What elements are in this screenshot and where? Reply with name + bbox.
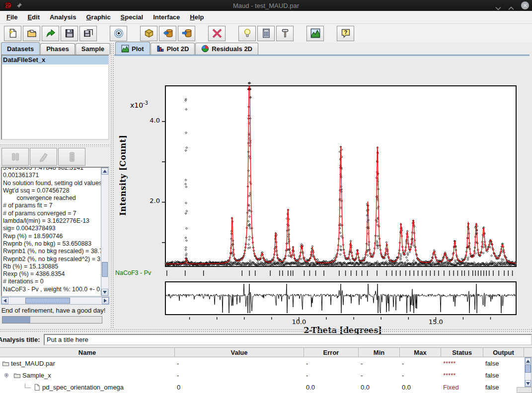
close-icon[interactable]: ✕ (521, 1, 529, 9)
hammer-button[interactable] (276, 26, 294, 41)
log-vscrollbar[interactable] (101, 168, 108, 296)
cell-max: - (400, 372, 441, 379)
residual-plot[interactable] (165, 281, 517, 315)
log-line: Wgt'd ssq = 0.07456728 (3, 187, 108, 195)
log-line: 5.4733005 7.47848 982.3141 (3, 167, 108, 172)
tab-plot-2d[interactable]: Plot 2D (151, 43, 195, 55)
menu-item-edit[interactable]: Edit (23, 12, 44, 22)
delete-x-button[interactable] (208, 26, 226, 41)
column-header-min[interactable]: Min (359, 348, 400, 357)
log-line: lambda/l(min) = 3.1622776E-13 (3, 217, 108, 225)
pause-icon (10, 151, 21, 162)
tab-residuals-2d[interactable]: Residuals 2D (195, 43, 258, 55)
save-as-icon (83, 28, 93, 38)
table-vscrollbar[interactable] (525, 357, 532, 387)
column-header-value[interactable]: Value (175, 348, 304, 357)
scroll-down-icon[interactable] (525, 380, 531, 387)
analysis-title-input[interactable] (44, 334, 532, 345)
panel-splitter[interactable] (110, 43, 114, 328)
log-line: Rwpnb2 (%, no bkg rescaled^2) = 32. (3, 256, 108, 263)
folder-icon (2, 360, 9, 367)
menu-item-help[interactable]: Help (185, 12, 208, 22)
tab-datasets[interactable]: Datasets (1, 42, 40, 55)
title-bar: Maud - test_MAUD.par ✕ (0, 0, 532, 11)
traffic-light-icon (67, 151, 77, 162)
brush-button[interactable] (30, 148, 57, 166)
save-as-button[interactable] (79, 26, 97, 41)
scroll-up-icon[interactable] (525, 358, 531, 364)
diffraction-plot[interactable] (165, 85, 517, 267)
menu-bar: FileEditAnalysisGraphicSpecialInterfaceH… (0, 11, 532, 24)
phase-box-icon (144, 28, 154, 38)
y-tick-label: 2.0 (143, 197, 160, 204)
wizard-bulb-button[interactable] (238, 26, 256, 41)
cell-output: false (483, 372, 524, 379)
folder-icon (13, 372, 21, 379)
plot-chart-button[interactable] (306, 26, 324, 41)
cell-max: 0.0 (400, 384, 441, 391)
table-row[interactable]: test_MAUD.par----*****false (0, 357, 532, 369)
log-hscroll-thumb[interactable] (25, 298, 70, 304)
residual-line (166, 284, 516, 313)
row-name: test_MAUD.par (11, 360, 55, 367)
log-line: Rwp (%) = 18.590746 (3, 233, 108, 240)
log-line: Rexp (%) = 4386.8354 (3, 270, 108, 278)
menu-item-graphic[interactable]: Graphic (81, 12, 115, 22)
column-header-status[interactable]: Status (441, 348, 483, 357)
tab-sample[interactable]: Sample (76, 43, 110, 55)
table-vscroll-thumb[interactable] (525, 365, 531, 373)
traffic-light-button[interactable] (58, 148, 85, 166)
view-eye-button[interactable] (110, 26, 127, 41)
maximize-icon[interactable] (508, 3, 514, 7)
table-header: NameValueErrorMinMaxStatusOutput (0, 347, 532, 357)
log-hscrollbar[interactable] (1, 297, 109, 305)
save-button[interactable] (61, 26, 78, 41)
cell-status: ***** (441, 360, 483, 367)
cell-value: - (175, 372, 304, 379)
wizard-bulb-icon (242, 28, 252, 38)
new-file-button[interactable] (4, 26, 21, 41)
log-vscroll-thumb[interactable] (102, 262, 108, 277)
scroll-up-icon[interactable] (101, 168, 108, 175)
scroll-left-icon[interactable] (1, 297, 8, 304)
left-panel: DatasetsPhasesSample DataFileSet_x 5.473… (0, 43, 110, 328)
cell-min: - (359, 372, 400, 379)
help-balloon-button[interactable]: ? (337, 26, 354, 41)
menu-item-analysis[interactable]: Analysis (45, 12, 80, 22)
table-row[interactable]: pd_spec_orientation_omega00.00.00.0Fixed… (0, 381, 532, 393)
menu-item-interface[interactable]: Interface (149, 12, 184, 22)
calculator-button[interactable] (257, 26, 275, 41)
cell-status: Fixed (441, 384, 483, 391)
phase-box-button[interactable] (140, 26, 157, 41)
menu-item-file[interactable]: File (2, 12, 22, 22)
scroll-down-icon[interactable] (101, 289, 108, 296)
refinement-log[interactable]: 5.4733005 7.47848 982.31410.001361371No … (1, 167, 109, 297)
analysis-title-label: Analysis title: (0, 336, 40, 343)
column-header-max[interactable]: Max (400, 348, 441, 357)
reflection-ticks-svg (165, 269, 517, 278)
menu-item-special[interactable]: Special (116, 12, 148, 22)
cell-min: 0.0 (359, 384, 400, 391)
column-header-name[interactable]: Name (0, 348, 175, 357)
pause-button[interactable] (1, 148, 29, 166)
open-file-button[interactable] (23, 26, 40, 41)
table-row[interactable]: Sample_x----*****false (0, 369, 532, 381)
export-database-icon (182, 28, 192, 38)
append-arrow-button[interactable] (42, 26, 59, 41)
plot-panel: PlotPlot 2DResiduals 2D x10-3 Intensity … (114, 43, 530, 328)
tab-plot[interactable]: Plot (115, 42, 150, 55)
column-header-error[interactable]: Error (304, 348, 359, 357)
export-database-button[interactable] (178, 26, 195, 41)
scroll-right-icon[interactable] (102, 297, 109, 304)
tree-expand-icon[interactable] (3, 372, 10, 379)
tab-phases[interactable]: Phases (40, 43, 75, 55)
x-axis-ticks (165, 315, 517, 320)
column-header-output[interactable]: Output (483, 348, 524, 357)
import-database-button[interactable] (159, 26, 176, 41)
pin-icon[interactable] (16, 2, 23, 9)
dataset-list[interactable]: DataFileSet_x (1, 55, 109, 140)
tree-branch (25, 384, 31, 389)
minimize-icon[interactable] (495, 3, 501, 7)
open-file-icon (27, 28, 37, 38)
list-item-datafileset_x[interactable]: DataFileSet_x (2, 56, 108, 65)
